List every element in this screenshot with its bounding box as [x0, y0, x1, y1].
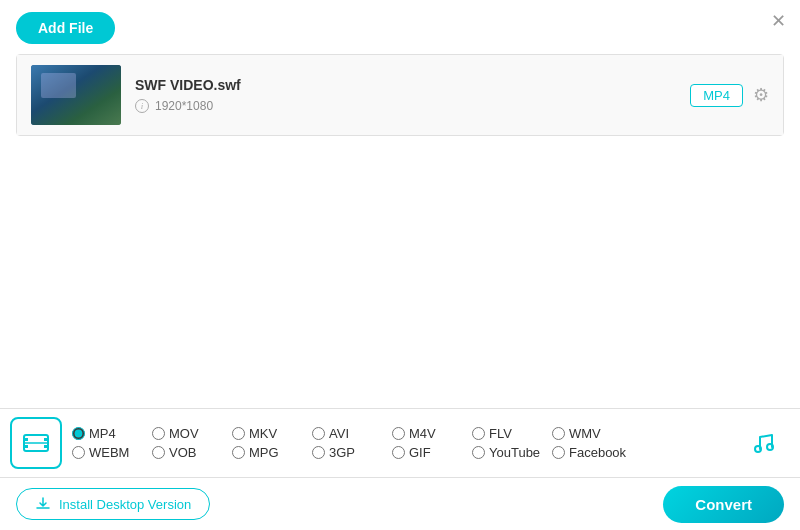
option-youtube[interactable]: YouTube — [472, 445, 552, 460]
file-meta: i 1920*1080 — [135, 99, 690, 113]
format-row-2: WEBM VOB MPG 3GP GIF YouTube — [72, 445, 730, 460]
file-list-area: SWF VIDEO.swf i 1920*1080 MP4 ⚙ — [16, 54, 784, 136]
option-vob[interactable]: VOB — [152, 445, 232, 460]
svg-rect-3 — [44, 438, 48, 441]
file-item: SWF VIDEO.swf i 1920*1080 MP4 ⚙ — [17, 55, 783, 135]
file-resolution: 1920*1080 — [155, 99, 213, 113]
file-thumbnail — [31, 65, 121, 125]
svg-point-7 — [767, 444, 773, 450]
info-icon[interactable]: i — [135, 99, 149, 113]
option-webm[interactable]: WEBM — [72, 445, 152, 460]
svg-rect-2 — [24, 445, 28, 448]
svg-point-6 — [755, 446, 761, 452]
video-format-button[interactable] — [10, 417, 62, 469]
option-3gp[interactable]: 3GP — [312, 445, 392, 460]
file-info: SWF VIDEO.swf i 1920*1080 — [135, 77, 690, 113]
settings-button[interactable]: ⚙ — [753, 84, 769, 106]
option-mkv[interactable]: MKV — [232, 426, 312, 441]
option-facebook[interactable]: Facebook — [552, 445, 632, 460]
format-row-1: MP4 MOV MKV AVI M4V FLV — [72, 426, 730, 441]
option-mov[interactable]: MOV — [152, 426, 232, 441]
main-content — [0, 136, 800, 420]
option-mp4[interactable]: MP4 — [72, 426, 152, 441]
format-badge[interactable]: MP4 — [690, 84, 743, 107]
top-bar: Add File — [0, 0, 800, 54]
format-options: MP4 MOV MKV AVI M4V FLV — [72, 426, 730, 460]
file-name: SWF VIDEO.swf — [135, 77, 690, 93]
format-bar: MP4 MOV MKV AVI M4V FLV — [0, 408, 800, 478]
svg-rect-4 — [44, 445, 48, 448]
option-flv[interactable]: FLV — [472, 426, 552, 441]
audio-format-button[interactable] — [738, 417, 790, 469]
action-bar: Install Desktop Version Convert — [0, 478, 800, 530]
convert-button[interactable]: Convert — [663, 486, 784, 523]
option-avi[interactable]: AVI — [312, 426, 392, 441]
option-wmv[interactable]: WMV — [552, 426, 632, 441]
download-icon — [35, 496, 51, 512]
file-actions: MP4 ⚙ — [690, 84, 769, 107]
add-file-button[interactable]: Add File — [16, 12, 115, 44]
music-icon — [750, 429, 778, 457]
install-label: Install Desktop Version — [59, 497, 191, 512]
option-m4v[interactable]: M4V — [392, 426, 472, 441]
svg-rect-1 — [24, 438, 28, 441]
close-button[interactable]: ✕ — [771, 10, 786, 32]
film-icon — [22, 429, 50, 457]
option-mpg[interactable]: MPG — [232, 445, 312, 460]
option-gif[interactable]: GIF — [392, 445, 472, 460]
install-desktop-button[interactable]: Install Desktop Version — [16, 488, 210, 520]
